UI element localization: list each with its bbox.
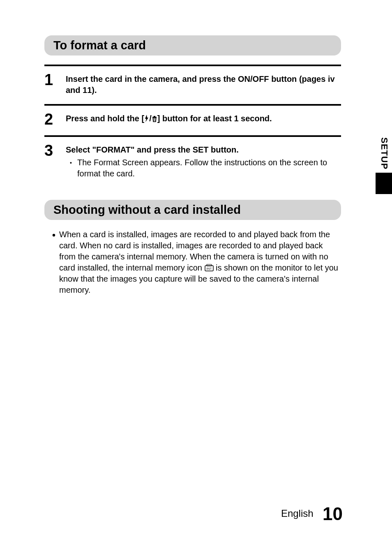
footer-page-number: 10 [323, 504, 343, 524]
step-sub-item: The Format Screen appears. Follow the in… [77, 157, 341, 179]
step-number: 3 [44, 143, 66, 179]
trash-icon [152, 116, 157, 122]
bullet-text: When a card is installed, images are rec… [59, 229, 341, 296]
footer-language: English [281, 508, 314, 519]
section-heading-format-card: To format a card [44, 35, 341, 56]
step-3: 3 Select "FORMAT" and press the SET butt… [44, 135, 341, 187]
step-body: Insert the card in the camera, and press… [66, 72, 341, 96]
svg-point-4 [53, 234, 55, 236]
flash-icon [144, 115, 149, 122]
bullet-dot-icon [52, 229, 59, 296]
step-title: Select "FORMAT" and press the SET button… [66, 144, 341, 155]
page-footer: English 10 [0, 504, 392, 524]
section2-paragraph: When a card is installed, images are rec… [52, 229, 341, 296]
disc-icon [52, 233, 56, 237]
svg-text:INT: INT [206, 267, 212, 271]
side-tab-marker [376, 173, 392, 194]
step-title: Press and hold the [/] button for at lea… [66, 113, 341, 124]
step-body: Press and hold the [/] button for at lea… [66, 111, 341, 127]
svg-rect-0 [152, 117, 157, 118]
step-number: 1 [44, 72, 66, 96]
step-title-before: Press and hold the [ [66, 114, 144, 123]
svg-rect-6 [207, 264, 212, 266]
svg-rect-1 [154, 116, 155, 117]
step-body: Select "FORMAT" and press the SET button… [66, 143, 341, 179]
section-heading-no-card: Shooting without a card installed [44, 200, 341, 220]
page-content: To format a card 1 Insert the card in th… [44, 35, 341, 296]
section-heading-text: Shooting without a card installed [53, 203, 332, 217]
step-sub-list: The Format Screen appears. Follow the in… [66, 157, 341, 179]
step-title-after: ] button for at least 1 second. [157, 114, 272, 123]
step-title: Insert the card in the camera, and press… [66, 74, 341, 96]
steps-list: 1 Insert the card in the camera, and pre… [44, 65, 341, 187]
step-number: 2 [44, 111, 66, 127]
bullet-item: When a card is installed, images are rec… [52, 229, 341, 296]
section-heading-text: To format a card [53, 39, 332, 52]
side-tab-label: SETUP [379, 137, 390, 169]
manual-page: To format a card 1 Insert the card in th… [0, 0, 392, 553]
step-1: 1 Insert the card in the camera, and pre… [44, 65, 341, 104]
step-2: 2 Press and hold the [/] button for at l… [44, 104, 341, 135]
internal-memory-icon: INT [205, 264, 214, 271]
side-tab: SETUP [376, 135, 392, 194]
